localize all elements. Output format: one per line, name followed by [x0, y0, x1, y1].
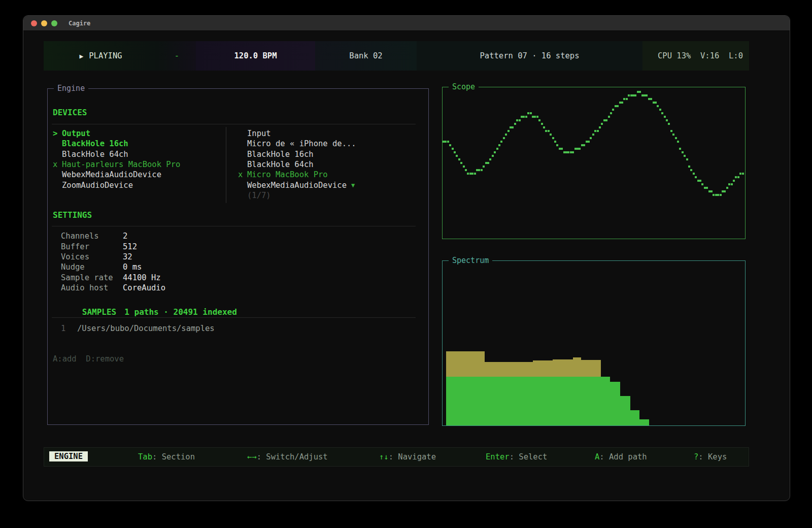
device-row[interactable]: BlackHole 16ch — [53, 139, 180, 149]
device-row[interactable]: (1/7) — [238, 190, 356, 201]
bpm-value: 120.0 BPM — [234, 51, 277, 60]
setting-value[interactable]: 2 — [123, 232, 127, 241]
play-icon: ▶ — [79, 52, 83, 60]
key-hint-key: A — [595, 452, 599, 461]
setting-value[interactable]: 512 — [123, 242, 137, 251]
device-row[interactable]: Input — [238, 128, 356, 139]
device-label: ZoomAudioDevice — [62, 181, 133, 190]
bank-value: Bank 02 — [349, 51, 382, 60]
device-row[interactable]: WebexMediaAudioDevice — [53, 170, 180, 180]
device-label: (1/7) — [247, 191, 271, 200]
active-marker-icon: x — [238, 170, 247, 179]
device-label: Micro de « iPhone de... — [247, 139, 356, 148]
device-row[interactable]: Micro de « iPhone de... — [238, 139, 356, 149]
spectrum-peak — [485, 362, 533, 377]
key-hint-key: ↑↓ — [379, 452, 389, 461]
device-row[interactable]: xHaut-parleurs MacBook Pro — [53, 159, 180, 170]
setting-label: Voices — [61, 252, 123, 261]
device-row[interactable]: BlackHole 16ch — [238, 149, 356, 159]
cursor-icon: > — [53, 129, 62, 138]
setting-row[interactable]: Channels2 — [61, 231, 165, 241]
transport-status[interactable]: ▶ PLAYING — [44, 41, 158, 71]
device-label: BlackHole 64ch — [247, 160, 314, 169]
key-hint-label: : Section — [152, 452, 195, 461]
key-hint-key: Enter — [486, 452, 510, 461]
setting-row[interactable]: Nudge0 ms — [61, 262, 165, 272]
settings-list: Channels2Buffer512Voices32Nudge0 msSampl… — [61, 231, 165, 293]
device-row[interactable]: ZoomAudioDevice — [53, 180, 180, 190]
spectrum-peak — [533, 360, 553, 377]
spectrum-panel: Spectrum — [442, 260, 746, 426]
samples-header: SAMPLES1 paths · 20491 indexed — [53, 298, 237, 326]
key-hint-label: : Navigate — [389, 452, 436, 461]
spectrum-peak — [446, 351, 485, 377]
spectrum-bar — [639, 419, 649, 425]
setting-value[interactable]: 0 ms — [123, 262, 142, 272]
samples-key-hints: A:add D:remove — [53, 354, 124, 364]
titlebar: Cagire — [23, 16, 790, 31]
device-row[interactable]: >Output — [53, 128, 180, 139]
input-device-list: InputMicro de « iPhone de...BlackHole 16… — [238, 128, 356, 201]
section-badge: ENGINE — [49, 451, 88, 461]
setting-row[interactable]: Voices32 — [61, 252, 165, 262]
setting-value[interactable]: CoreAudio — [123, 283, 165, 292]
device-row[interactable]: xMicro MacBook Pro — [238, 170, 356, 180]
key-hint-label: : Keys — [698, 452, 727, 461]
key-hint: Tab: Section — [138, 448, 195, 466]
setting-label: Sample rate — [61, 273, 123, 282]
pattern-value: Pattern 07 · 16 steps — [480, 51, 580, 60]
setting-label: Channels — [61, 232, 123, 241]
setting-label: Buffer — [61, 242, 123, 251]
output-device-list: >OutputBlackHole 16chBlackHole 64chxHaut… — [53, 128, 180, 190]
key-hint: A: Add path — [595, 448, 647, 466]
spectrum-peak — [581, 360, 601, 377]
transport-dash-segment: - — [158, 41, 196, 71]
key-hint-key: ? — [694, 452, 698, 461]
setting-value[interactable]: 32 — [123, 252, 132, 261]
spectrum-bars — [443, 261, 745, 425]
bank-display[interactable]: Bank 02 — [315, 41, 417, 71]
setting-row[interactable]: Sample rate44100 Hz — [61, 273, 165, 283]
dropdown-arrow-icon: ▼ — [351, 182, 355, 189]
key-hint-label: : Add path — [599, 452, 647, 461]
key-hint-label: : Switch/Adjust — [257, 452, 328, 461]
transport-bar: ▶ PLAYING - 120.0 BPM Bank 02 Pattern 07… — [44, 41, 749, 71]
setting-row[interactable]: Buffer512 — [61, 241, 165, 251]
device-row[interactable]: BlackHole 64ch — [53, 149, 180, 159]
engine-panel-title: Engine — [54, 84, 88, 93]
close-button[interactable] — [31, 20, 37, 26]
device-label: BlackHole 64ch — [62, 150, 128, 159]
minimize-button[interactable] — [41, 20, 47, 26]
sample-path-row[interactable]: 1 /Users/bubo/Documents/samples — [61, 323, 215, 334]
status-bar: ENGINE Tab: Section←→: Switch/Adjust↑↓: … — [44, 447, 749, 467]
sample-path-value: /Users/bubo/Documents/samples — [77, 324, 215, 333]
settings-header: SETTINGS — [53, 210, 92, 220]
device-label: BlackHole 16ch — [247, 150, 314, 159]
key-hint: ?: Keys — [694, 448, 727, 466]
device-label: BlackHole 16ch — [62, 139, 128, 148]
setting-row[interactable]: Audio hostCoreAudio — [61, 283, 165, 293]
app-window: Cagire ▶ PLAYING - 120.0 BPM Bank 02 Pat… — [23, 15, 790, 501]
devices-header: DEVICES — [53, 108, 87, 117]
key-hint: ←→: Switch/Adjust — [247, 448, 328, 466]
key-hint: Enter: Select — [486, 448, 547, 466]
scope-waveform — [443, 87, 745, 239]
device-row[interactable]: BlackHole 64ch — [238, 159, 356, 170]
device-row[interactable]: WebexMediaAudioDevice▼ — [238, 180, 356, 190]
divider — [52, 226, 416, 226]
spectrum-peak — [553, 359, 573, 377]
setting-label: Audio host — [61, 283, 123, 292]
spectrum-bar — [630, 410, 639, 425]
samples-summary: 1 paths · 20491 indexed — [124, 307, 237, 317]
sample-path-index: 1 — [61, 324, 77, 333]
spectrum-peak — [573, 357, 581, 377]
maximize-button[interactable] — [51, 20, 57, 26]
samples-title: SAMPLES — [82, 307, 116, 317]
spectrum-bar — [610, 382, 620, 425]
device-label: WebexMediaAudioDevice — [247, 181, 347, 190]
setting-value[interactable]: 44100 Hz — [123, 273, 161, 282]
bpm-display[interactable]: 120.0 BPM — [196, 41, 315, 71]
active-marker-icon: x — [53, 160, 62, 169]
engine-panel: Engine DEVICES >OutputBlackHole 16chBlac… — [47, 88, 429, 425]
pattern-display[interactable]: Pattern 07 · 16 steps — [417, 41, 642, 71]
